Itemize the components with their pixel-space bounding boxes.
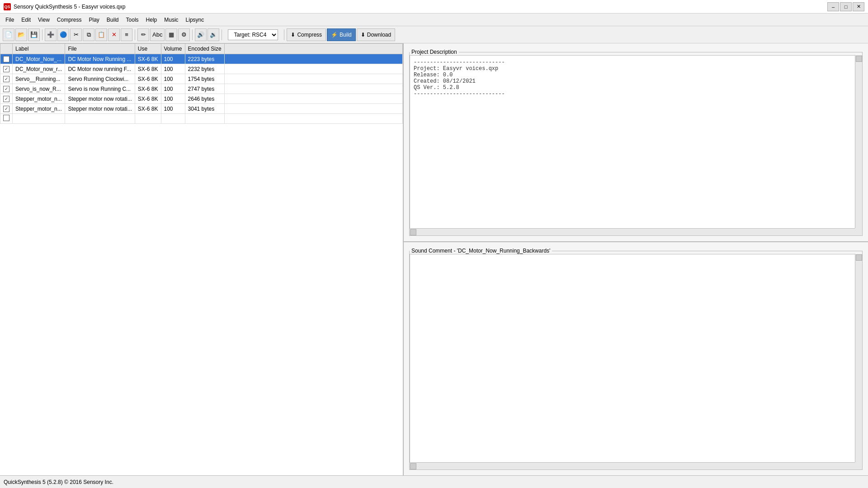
col-header-file[interactable]: File bbox=[65, 44, 135, 54]
cell-file: Stepper motor now rotati... bbox=[65, 94, 135, 104]
cell-label: Servo_is_now_R... bbox=[13, 84, 65, 94]
menu-play[interactable]: Play bbox=[85, 15, 103, 25]
row-checkbox[interactable] bbox=[3, 115, 9, 121]
row-checkbox[interactable] bbox=[3, 56, 9, 62]
open-button[interactable]: 📂 bbox=[15, 28, 27, 41]
settings-button[interactable]: ⚙ bbox=[178, 28, 190, 41]
menu-build[interactable]: Build bbox=[103, 15, 123, 25]
copy-button[interactable]: ⧉ bbox=[83, 28, 94, 41]
proj-desc-scrollbar-v[interactable] bbox=[855, 55, 862, 228]
cell-encoded: 2747 bytes bbox=[185, 84, 224, 94]
cell-extra bbox=[224, 84, 402, 94]
row-checkbox[interactable] bbox=[3, 76, 9, 82]
col-header-volume[interactable]: Volume bbox=[161, 44, 185, 54]
cell-use: SX-6 8K bbox=[135, 64, 161, 74]
menu-edit[interactable]: Edit bbox=[18, 15, 34, 25]
compress-label: Compress bbox=[297, 32, 322, 38]
left-panel: Label File Use Volume Encoded Size DC_Mo… bbox=[0, 43, 404, 475]
paste-button[interactable]: 📋 bbox=[95, 28, 107, 41]
cell-encoded: 3041 bytes bbox=[185, 104, 224, 114]
sound-comment-scrollbar-h[interactable] bbox=[410, 462, 855, 469]
menu-tools[interactable]: Tools bbox=[123, 15, 142, 25]
row-checkbox[interactable] bbox=[3, 86, 9, 92]
col-header-encoded[interactable]: Encoded Size bbox=[185, 44, 224, 54]
close-button[interactable]: ✕ bbox=[853, 2, 864, 11]
maximize-button[interactable]: □ bbox=[840, 2, 852, 11]
sound-comment-content bbox=[410, 254, 862, 469]
cell-file bbox=[65, 114, 135, 124]
text-button[interactable]: Abc bbox=[150, 28, 165, 41]
table-row[interactable]: Servo_is_now_R...Servo is now Running C.… bbox=[0, 84, 403, 94]
insert-button[interactable]: 🔵 bbox=[57, 28, 69, 41]
menu-view[interactable]: View bbox=[34, 15, 53, 25]
menu-file[interactable]: File bbox=[2, 15, 18, 25]
col-header-extra bbox=[224, 44, 402, 54]
add-button[interactable]: ➕ bbox=[45, 28, 57, 41]
cell-volume: 100 bbox=[161, 74, 185, 84]
menu-help[interactable]: Help bbox=[142, 15, 161, 25]
cell-use: SX-6 8K bbox=[135, 54, 161, 64]
cell-file: Stepper motor now rotati... bbox=[65, 104, 135, 114]
col-header-use[interactable]: Use bbox=[135, 44, 161, 54]
cell-volume: 100 bbox=[161, 94, 185, 104]
row-checkbox[interactable] bbox=[3, 66, 9, 72]
cell-label bbox=[13, 114, 65, 124]
file-table-container[interactable]: Label File Use Volume Encoded Size DC_Mo… bbox=[0, 43, 403, 475]
cell-extra bbox=[224, 114, 402, 124]
sound-comment-scrollbar-v[interactable] bbox=[855, 254, 862, 462]
table-row[interactable] bbox=[0, 114, 403, 124]
table-row[interactable]: Stepper_motor_n...Stepper motor now rota… bbox=[0, 104, 403, 114]
table-row[interactable]: DC_Motor_now_r...DC Motor now running F.… bbox=[0, 64, 403, 74]
list-button[interactable]: ≡ bbox=[121, 28, 132, 41]
toolbar-sep-2 bbox=[135, 29, 135, 40]
minimize-button[interactable]: – bbox=[827, 2, 839, 11]
row-checkbox[interactable] bbox=[3, 96, 9, 102]
table-row[interactable]: Stepper_motor_n...Stepper motor now rota… bbox=[0, 94, 403, 104]
menu-compress[interactable]: Compress bbox=[53, 15, 85, 25]
row-checkbox[interactable] bbox=[3, 106, 9, 112]
table-row[interactable]: DC_Motor_Now_...DC Motor Now Running ...… bbox=[0, 54, 403, 64]
title-controls: – □ ✕ bbox=[827, 2, 864, 11]
target-selector[interactable]: Target: RSC4 bbox=[228, 29, 278, 40]
col-header-label[interactable]: Label bbox=[13, 44, 65, 54]
cell-file: Servo Running Clockwi... bbox=[65, 74, 135, 84]
app-icon: QS bbox=[4, 3, 11, 10]
cell-encoded: 2223 bytes bbox=[185, 54, 224, 64]
table-row[interactable]: Servo__Running...Servo Running Clockwi..… bbox=[0, 74, 403, 84]
cell-encoded: 2232 bytes bbox=[185, 64, 224, 74]
compress-button[interactable]: ⬇ Compress bbox=[287, 28, 326, 41]
cell-file: DC Motor now running F... bbox=[65, 64, 135, 74]
file-table: Label File Use Volume Encoded Size DC_Mo… bbox=[0, 43, 403, 124]
cell-label: Stepper_motor_n... bbox=[13, 104, 65, 114]
cell-volume: 100 bbox=[161, 84, 185, 94]
build-button[interactable]: ⚡ Build bbox=[327, 28, 356, 41]
cell-volume: 100 bbox=[161, 64, 185, 74]
menu-lipsync[interactable]: Lipsync bbox=[182, 15, 208, 25]
menu-music[interactable]: Music bbox=[160, 15, 182, 25]
play-all-button[interactable]: 🔉 bbox=[208, 28, 219, 41]
pencil-button[interactable]: ✏ bbox=[137, 28, 149, 41]
cell-volume: 100 bbox=[161, 104, 185, 114]
project-description-panel: Project Description --------------------… bbox=[404, 43, 868, 242]
col-header-check[interactable] bbox=[0, 44, 13, 54]
cell-label: DC_Motor_Now_... bbox=[13, 54, 65, 64]
cell-volume bbox=[161, 114, 185, 124]
cell-encoded: 1754 bytes bbox=[185, 74, 224, 84]
cell-use: SX-6 8K bbox=[135, 74, 161, 84]
cut-button[interactable]: ✂ bbox=[70, 28, 82, 41]
toolbar: 📄 📂 💾 ➕ 🔵 ✂ ⧉ 📋 ✕ ≡ ✏ Abc ▦ ⚙ 🔊 🔉 Target… bbox=[0, 26, 868, 43]
delete-button[interactable]: ✕ bbox=[108, 28, 120, 41]
toolbar-sep-3 bbox=[192, 29, 193, 40]
cell-extra bbox=[224, 94, 402, 104]
main-content: Label File Use Volume Encoded Size DC_Mo… bbox=[0, 43, 868, 475]
download-button[interactable]: ⬇ Download bbox=[357, 28, 395, 41]
cell-label: Stepper_motor_n... bbox=[13, 94, 65, 104]
cell-use: SX-6 8K bbox=[135, 104, 161, 114]
new-file-button[interactable]: 📄 bbox=[3, 28, 14, 41]
play-button[interactable]: 🔊 bbox=[195, 28, 207, 41]
cell-extra bbox=[224, 64, 402, 74]
proj-desc-scrollbar-h[interactable] bbox=[410, 228, 855, 235]
grid-button[interactable]: ▦ bbox=[165, 28, 177, 41]
cell-extra bbox=[224, 104, 402, 114]
save-button[interactable]: 💾 bbox=[28, 28, 40, 41]
